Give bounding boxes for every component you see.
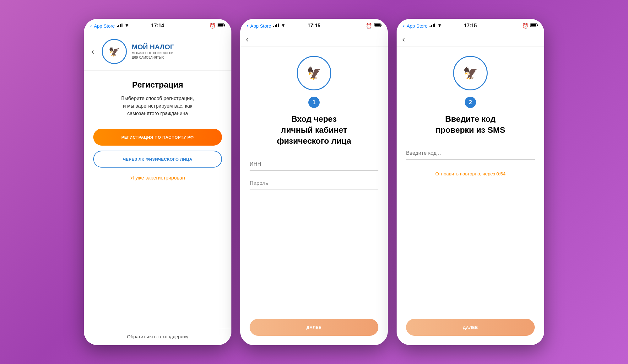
fns-logo-2 xyxy=(297,56,331,90)
step-badge-2: 1 xyxy=(308,97,320,108)
svg-point-4 xyxy=(126,26,127,27)
phone-screen-2: ‹ App Store 17:15 ⏰ ‹ 1 xyxy=(240,19,388,345)
next-button-3[interactable]: ДАЛЕЕ xyxy=(406,319,535,336)
svg-rect-1 xyxy=(118,25,119,27)
step-badge-3: 2 xyxy=(465,97,476,108)
battery-icon-2 xyxy=(374,23,382,29)
nav-bar-3: ‹ xyxy=(397,33,544,46)
svg-rect-3 xyxy=(122,24,122,27)
app-store-label-3: App Store xyxy=(407,23,428,29)
svg-rect-23 xyxy=(531,24,536,27)
logo-text-1: МОЙ НАЛОГ МОБИЛЬНОЕ ПРИЛОЖЕНИЕ ДЛЯ САМОЗ… xyxy=(132,43,176,60)
app-title-1: МОЙ НАЛОГ xyxy=(132,43,176,51)
svg-rect-15 xyxy=(375,24,380,27)
app-store-label-2: App Store xyxy=(250,23,271,29)
svg-point-12 xyxy=(283,26,284,27)
alarm-icon-1: ⏰ xyxy=(209,23,216,29)
screen1-footer: Обратиться в техподдержку xyxy=(84,328,231,345)
status-time-2: 17:15 xyxy=(308,23,321,29)
svg-rect-8 xyxy=(273,26,274,27)
back-button-2[interactable]: ‹ xyxy=(246,35,249,44)
svg-rect-11 xyxy=(278,24,279,27)
svg-rect-14 xyxy=(381,24,382,26)
status-time-3: 17:15 xyxy=(464,23,477,29)
already-registered-link[interactable]: Я уже зарегистрирован xyxy=(130,175,185,181)
registration-title: Регистрация xyxy=(132,80,183,90)
svg-rect-7 xyxy=(218,24,224,27)
screen2-title: Вход через личный кабинет физического ли… xyxy=(277,114,351,147)
battery-icon-3 xyxy=(530,23,538,29)
back-button-3[interactable]: ‹ xyxy=(402,35,405,44)
signal-bars-2 xyxy=(273,23,279,28)
screen1-body: Регистрация Выберите способ регистрации,… xyxy=(84,71,231,328)
app-store-label-1: App Store xyxy=(94,23,115,29)
password-input[interactable] xyxy=(250,177,378,190)
svg-rect-6 xyxy=(224,24,225,26)
sms-code-input[interactable] xyxy=(406,147,535,160)
fns-emblem-3 xyxy=(454,57,487,89)
screen1-content: ‹ МОЙ НАЛОГ МОБИЛЬНОЕ ПРИЛОЖЕНИЕ ДЛЯ САМ… xyxy=(84,33,231,345)
svg-point-20 xyxy=(439,26,440,27)
status-right-2: ⏰ xyxy=(366,23,382,29)
nav-bar-2: ‹ xyxy=(240,33,388,46)
svg-rect-19 xyxy=(434,24,435,27)
code-field-wrap xyxy=(406,147,535,160)
phone-screen-1: ‹ App Store 17:14 ⏰ ‹ МОЙ НАЛОГ xyxy=(84,19,231,345)
signal-bars-3 xyxy=(430,23,435,28)
alarm-icon-3: ⏰ xyxy=(522,23,528,29)
wifi-icon-2 xyxy=(281,23,286,28)
fns-logo-3 xyxy=(453,56,488,90)
status-left-2: ‹ App Store xyxy=(246,23,286,29)
screen2-content: 1 Вход через личный кабинет физического … xyxy=(240,46,388,345)
status-right-1: ⏰ xyxy=(209,23,225,29)
wifi-icon-1 xyxy=(124,23,129,28)
status-bar-3: ‹ App Store 17:15 ⏰ xyxy=(397,19,544,33)
fns-emblem-1 xyxy=(103,40,126,63)
lk-registration-button[interactable]: ЧЕРЕЗ ЛК ФИЗИЧЕСКОГО ЛИЦА xyxy=(93,151,222,168)
signal-bars-1 xyxy=(117,23,122,28)
support-link[interactable]: Обратиться в техподдержку xyxy=(127,334,188,339)
status-chevron-3: ‹ xyxy=(403,23,405,29)
screen1-header: ‹ МОЙ НАЛОГ МОБИЛЬНОЕ ПРИЛОЖЕНИЕ ДЛЯ САМ… xyxy=(84,33,231,71)
password-field-wrap xyxy=(250,177,378,190)
status-chevron-1: ‹ xyxy=(90,23,92,29)
status-bar-1: ‹ App Store 17:14 ⏰ xyxy=(84,19,231,33)
svg-rect-0 xyxy=(117,26,118,27)
phone-screen-3: ‹ App Store 17:15 ⏰ ‹ 2 xyxy=(397,19,544,345)
status-time-1: 17:14 xyxy=(151,23,164,29)
fns-logo-1 xyxy=(102,39,127,64)
resend-sms-link[interactable]: Отправить повторно, через 0:54 xyxy=(435,171,506,176)
screen3-title: Введите код проверки из SMS xyxy=(436,114,505,136)
passport-registration-button[interactable]: РЕГИСТРАЦИЯ ПО ПАСПОРТУ РФ xyxy=(93,129,222,146)
inn-input[interactable] xyxy=(250,158,378,171)
svg-rect-18 xyxy=(433,24,434,27)
back-button-1[interactable]: ‹ xyxy=(91,47,94,56)
screen3-content: 2 Введите код проверки из SMS Отправить … xyxy=(397,46,544,345)
svg-rect-10 xyxy=(276,24,277,27)
wifi-icon-3 xyxy=(437,23,442,28)
status-chevron-2: ‹ xyxy=(246,23,248,29)
fns-emblem-2 xyxy=(298,57,330,89)
battery-icon-1 xyxy=(218,23,225,29)
status-left-1: ‹ App Store xyxy=(90,23,129,29)
svg-rect-2 xyxy=(120,24,121,27)
registration-desc: Выберите способ регистрации,и мы зарегис… xyxy=(121,95,194,117)
svg-rect-22 xyxy=(537,24,538,26)
alarm-icon-2: ⏰ xyxy=(366,23,372,29)
status-right-3: ⏰ xyxy=(522,23,538,29)
screen2-body: 1 Вход через личный кабинет физического … xyxy=(240,46,388,345)
status-bar-2: ‹ App Store 17:15 ⏰ xyxy=(240,19,388,33)
app-subtitle-1: МОБИЛЬНОЕ ПРИЛОЖЕНИЕ ДЛЯ САМОЗАНЯТЫХ xyxy=(132,51,176,60)
status-left-3: ‹ App Store xyxy=(403,23,442,29)
svg-rect-9 xyxy=(275,25,276,27)
inn-field-wrap xyxy=(250,158,378,171)
svg-rect-16 xyxy=(430,26,430,27)
screen3-body: 2 Введите код проверки из SMS Отправить … xyxy=(397,46,544,345)
svg-rect-17 xyxy=(431,25,432,27)
next-button-2[interactable]: ДАЛЕЕ xyxy=(250,319,378,336)
